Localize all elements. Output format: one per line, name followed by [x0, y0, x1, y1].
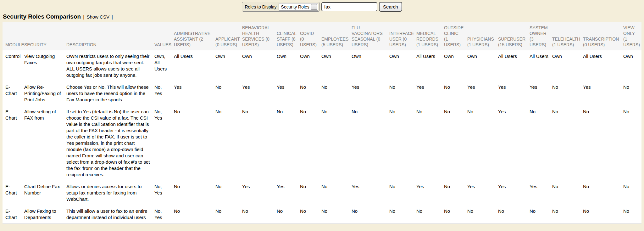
role-value-cell: No: [174, 106, 215, 181]
module-cell: E-Chart: [3, 181, 24, 205]
role-column-header: APPLICANT (0 USERS): [215, 22, 242, 50]
role-value-cell: No: [623, 106, 641, 181]
role-column-header: CLINICAL STAFF (8 USERS): [277, 22, 300, 50]
role-value-cell: No: [552, 181, 583, 205]
role-value-cell: Yes: [174, 81, 215, 106]
values-cell: No, Yes: [154, 181, 174, 205]
security-cell: View Outgoing Faxes: [24, 50, 66, 81]
role-value-cell: Own: [277, 50, 300, 81]
security-cell: Chart Define Fax Number: [24, 181, 66, 205]
role-value-cell: No: [174, 181, 215, 205]
column-header-module: MODULE: [3, 22, 24, 50]
role-value-cell: No: [583, 106, 623, 181]
column-header-values: VALUES: [154, 22, 174, 50]
roles-to-display-group: Roles to Display Security Roles ...: [242, 2, 320, 12]
role-value-cell: Own: [444, 50, 467, 81]
role-column-header: INTERFACE USER (0 USERS): [389, 22, 416, 50]
description-cell: Allows or denies access for users to set…: [66, 181, 154, 205]
role-value-cell: Yes: [498, 181, 530, 205]
role-value-cell: Own: [467, 50, 498, 81]
role-value-cell: Yes: [467, 181, 498, 205]
role-value-cell: No: [277, 205, 300, 224]
module-cell: E-Chart: [3, 81, 24, 106]
role-value-cell: Own: [552, 50, 583, 81]
role-value-cell: Yes: [352, 81, 389, 106]
role-value-cell: No: [321, 106, 352, 181]
role-value-cell: Yes: [467, 81, 498, 106]
role-value-cell: Own: [300, 50, 321, 81]
role-value-cell: No: [242, 205, 277, 224]
roles-picker-field[interactable]: Security Roles ...: [279, 3, 318, 11]
column-header-description: DESCRIPTION: [66, 22, 154, 50]
role-value-cell: No: [467, 106, 498, 181]
table-row: E-ChartAllow Faxing to DepartmentsThis w…: [3, 205, 641, 224]
role-value-cell: Yes: [498, 106, 530, 181]
roles-picker-value: Security Roles: [281, 4, 309, 9]
table-row: ControlView Outgoing FaxesOWN restricts …: [3, 50, 641, 81]
role-value-cell: No: [416, 106, 444, 181]
search-input[interactable]: [321, 2, 377, 11]
role-value-cell: No: [623, 205, 641, 224]
role-column-header: PHYSICIANS (1 USERS): [467, 22, 498, 50]
role-value-cell: No: [215, 205, 242, 224]
values-cell: No, Yes: [154, 205, 174, 224]
security-cell: Allow setting of FAX from: [24, 106, 66, 181]
role-value-cell: Yes: [416, 181, 444, 205]
role-value-cell: No: [300, 106, 321, 181]
role-value-cell: No: [416, 205, 444, 224]
role-column-header: SUPERUSER (15 USERS): [498, 22, 530, 50]
role-value-cell: Yes: [530, 81, 552, 106]
role-column-header: MEDICAL RECORDS (1 USERS): [416, 22, 444, 50]
role-value-cell: Yes: [498, 81, 530, 106]
role-value-cell: All Users: [530, 50, 552, 81]
role-value-cell: Yes: [277, 81, 300, 106]
description-cell: Choose Yes or No. This will allow these …: [66, 81, 154, 106]
table-row: E-ChartAllow Re-Printing/Faxing of Print…: [3, 81, 641, 106]
role-value-cell: Own: [352, 50, 389, 81]
role-value-cell: No: [389, 181, 416, 205]
role-value-cell: No: [389, 81, 416, 106]
role-column-header: TELEHEALTH (1 USERS): [552, 22, 583, 50]
role-value-cell: No: [623, 181, 641, 205]
security-cell: Allow Re-Printing/Faxing of Print Jobs: [24, 81, 66, 106]
role-value-cell: Yes: [583, 81, 623, 106]
role-value-cell: No: [215, 181, 242, 205]
description-cell: If set to Yes (default is No) the user c…: [66, 106, 154, 181]
security-cell: Allow Faxing to Departments: [24, 205, 66, 224]
role-value-cell: All Users: [174, 50, 215, 81]
role-column-header: COVID (0 USERS): [300, 22, 321, 50]
role-value-cell: No: [444, 181, 467, 205]
role-value-cell: No: [467, 205, 498, 224]
role-value-cell: No: [552, 106, 583, 181]
role-value-cell: No: [300, 81, 321, 106]
show-csv-link[interactable]: Show CSV: [86, 14, 109, 20]
role-value-cell: No: [352, 106, 389, 181]
role-value-cell: No: [583, 205, 623, 224]
role-value-cell: All Users: [416, 50, 444, 81]
description-cell: OWN restricts users to only seeing their…: [66, 50, 154, 81]
role-column-header: TRANSCRIPTION (0 USERS): [583, 22, 623, 50]
roles-browse-button[interactable]: ...: [311, 4, 317, 10]
role-value-cell: No: [444, 205, 467, 224]
roles-to-display-label: Roles to Display: [245, 4, 276, 9]
role-column-header: BEHAVIORAL HEALTH SERVICES (0 USERS): [242, 22, 277, 50]
role-value-cell: All Users: [583, 50, 623, 81]
role-column-header: ADMINISTRATIVE ASSISTANT (2 USERS): [174, 22, 215, 50]
search-button[interactable]: Search: [379, 2, 402, 12]
title-separator: |: [82, 14, 85, 20]
title-bar: Security Roles Comparison | Show CSV |: [0, 12, 644, 22]
role-value-cell: No: [498, 205, 530, 224]
security-roles-table-container: MODULESECURITYDESCRIPTIONVALUESADMINISTR…: [3, 22, 641, 224]
role-column-header: EMPLOYEES (5 USERS): [321, 22, 352, 50]
module-cell: E-Chart: [3, 106, 24, 181]
table-header-row: MODULESECURITYDESCRIPTIONVALUESADMINISTR…: [3, 22, 641, 50]
role-value-cell: Own: [389, 50, 416, 81]
role-value-cell: No: [530, 106, 552, 181]
role-value-cell: No: [215, 81, 242, 106]
table-row: E-ChartChart Define Fax NumberAllows or …: [3, 181, 641, 205]
role-value-cell: Yes: [242, 181, 277, 205]
role-value-cell: No: [321, 205, 352, 224]
role-value-cell: Yes: [416, 81, 444, 106]
role-value-cell: Own: [321, 50, 352, 81]
role-value-cell: No: [174, 205, 215, 224]
